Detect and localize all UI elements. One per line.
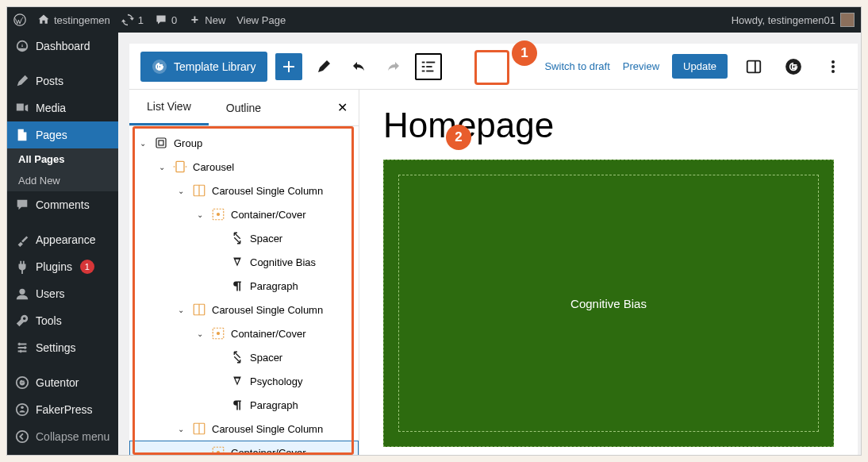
options-menu-button[interactable] [820,53,847,80]
spacer-icon [229,230,245,246]
cover-heading[interactable]: Cognitive Bias [570,297,647,310]
svg-rect-20 [159,141,163,145]
column-icon [191,183,207,198]
tree-item-label: Carousel [193,161,234,173]
sidebar-item-posts[interactable]: Posts [7,67,118,94]
heading-icon [229,254,245,270]
sidebar-item-tools[interactable]: Tools [7,307,118,334]
howdy-account[interactable]: Howdy, testingemen01 [732,14,835,26]
svg-rect-8 [426,61,435,63]
sidebar-item-settings[interactable]: Settings [7,334,118,361]
svg-rect-12 [426,70,433,71]
wp-logo[interactable] [13,13,26,26]
gutentor-settings-button[interactable] [780,53,807,80]
tree-item[interactable]: ⌄Carousel Single Column [129,417,359,441]
add-block-button[interactable] [275,53,302,80]
tree-item[interactable]: ⌄Carousel [129,155,359,179]
svg-rect-13 [747,60,761,72]
sidebar-item-fakerpress[interactable]: FakerPress [7,396,118,423]
chevron-down-icon[interactable]: ⌄ [137,139,148,148]
chevron-down-icon[interactable]: ⌄ [175,306,186,314]
svg-point-35 [217,452,220,454]
tab-outline[interactable]: Outline [209,90,278,125]
container-icon [210,445,226,455]
site-link[interactable]: testingemen [37,13,110,26]
sidebar-item-pages[interactable]: Pages [7,121,118,148]
chevron-down-icon[interactable]: ⌄ [156,163,167,171]
undo-button[interactable] [345,53,372,80]
svg-point-17 [832,65,835,68]
tree-item[interactable]: Paragraph [129,274,359,298]
cover-inner[interactable]: Cognitive Bias [398,175,819,432]
admin-bar: testingemen 1 0 +New View Page Howdy, te… [7,7,861,33]
view-page[interactable]: View Page [236,14,286,26]
sidebar-item-media[interactable]: Media [7,94,118,121]
admin-sidebar: Dashboard Posts Media Pages All Pages Ad… [7,33,118,455]
edit-mode-button[interactable] [310,53,337,80]
gutentor-icon [152,59,167,75]
callout-2: 2 [446,125,471,150]
editor-content: Template Library Switch to draft Preview… [118,33,861,455]
tree-item[interactable]: ⌄Container/Cover [129,321,359,345]
tree-item-label: Group [174,137,202,149]
svg-point-27 [217,214,220,216]
callout-highlight-1 [474,50,509,85]
tab-listview[interactable]: List View [129,90,209,125]
submenu-add-new[interactable]: Add New [7,170,118,191]
sidebar-item-plugins[interactable]: Plugins1 [7,253,118,280]
container-icon [210,206,226,222]
sidebar-item-comments[interactable]: Comments [7,191,118,218]
document-overview-button[interactable] [415,53,442,80]
avatar[interactable] [840,13,855,27]
switch-to-draft-button[interactable]: Switch to draft [544,60,609,72]
sidebar-collapse[interactable]: Collapse menu [7,423,118,450]
sidebar-item-dashboard[interactable]: Dashboard [7,33,118,60]
tree-item-label: Container/Cover [231,447,306,456]
tree-item[interactable]: Psychology [129,369,359,393]
chevron-down-icon[interactable]: ⌄ [194,449,205,456]
comments-indicator[interactable]: 0 [155,13,177,26]
paragraph-icon [229,278,245,294]
editor-canvas[interactable]: Homepage Cognitive Bias [359,90,858,455]
svg-point-31 [217,333,220,335]
redo-button[interactable] [380,53,407,80]
tree-item-label: Spacer [250,233,282,244]
preview-button[interactable]: Preview [623,60,659,72]
tree-item[interactable]: Paragraph [129,393,359,417]
sidebar-item-gutentor[interactable]: Gutentor [7,369,118,396]
chevron-down-icon[interactable]: ⌄ [175,425,186,433]
block-tree: ⌄Group⌄Carousel⌄Carousel Single Column⌄C… [129,126,359,455]
group-icon [153,135,169,151]
update-button[interactable]: Update [672,54,728,79]
close-listview-button[interactable]: ✕ [326,100,359,115]
svg-point-4 [21,406,24,410]
submenu-all-pages[interactable]: All Pages [7,148,118,170]
svg-point-3 [17,404,28,415]
tree-item[interactable]: ⌄Container/Cover [129,441,359,455]
svg-rect-19 [156,138,166,148]
template-library-button[interactable]: Template Library [140,52,267,82]
tree-item-label: Carousel Single Column [212,423,323,435]
tree-item[interactable]: Cognitive Bias [129,250,359,274]
tree-item[interactable]: ⌄Carousel Single Column [129,179,359,202]
chevron-down-icon[interactable]: ⌄ [175,187,186,195]
tree-item[interactable]: Spacer [129,226,359,250]
editor-toolbar: Template Library Switch to draft Preview… [129,44,858,90]
tree-item[interactable]: Spacer [129,345,359,369]
svg-rect-11 [421,70,424,71]
tree-item-label: Container/Cover [231,328,306,340]
chevron-down-icon[interactable]: ⌄ [194,210,205,219]
sidebar-toggle-button[interactable] [740,53,767,80]
tree-item[interactable]: ⌄Carousel Single Column [129,298,359,321]
cover-block[interactable]: Cognitive Bias [383,160,834,447]
svg-point-5 [17,431,28,442]
new-content[interactable]: +New [188,13,225,26]
chevron-down-icon[interactable]: ⌄ [194,329,205,338]
spacer-icon [229,349,245,365]
updates-indicator[interactable]: 1 [121,13,144,26]
tree-item[interactable]: ⌄Container/Cover [129,202,359,226]
sidebar-item-appearance[interactable]: Appearance [7,226,118,253]
sidebar-item-users[interactable]: Users [7,280,118,307]
tree-item[interactable]: ⌄Group [129,131,359,155]
svg-point-2 [17,377,28,388]
